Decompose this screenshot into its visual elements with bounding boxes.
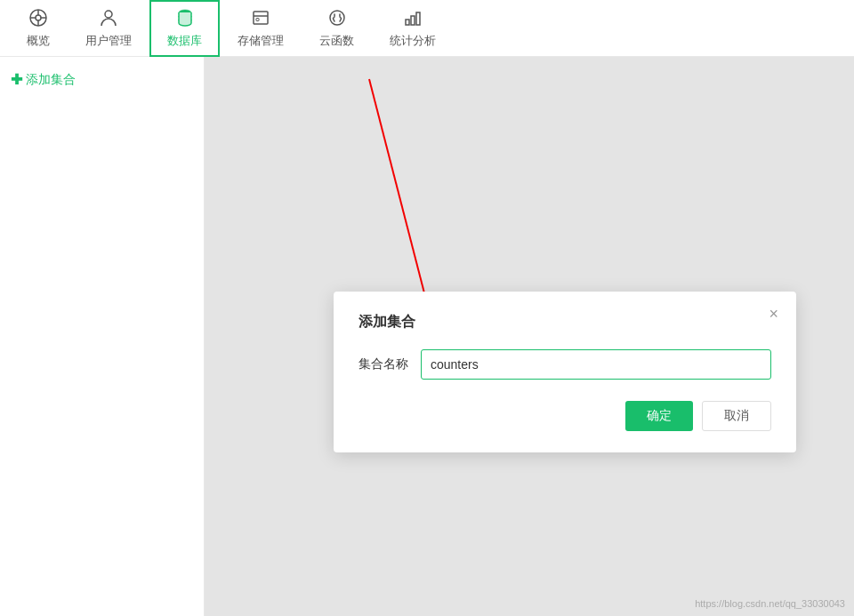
- add-collection-modal: 添加集合 × 集合名称 确定 取消: [334, 292, 796, 452]
- top-navigation: 概览 用户管理 数据库 存储: [0, 0, 854, 57]
- nav-label-users: 用户管理: [85, 33, 132, 49]
- modal-footer: 确定 取消: [359, 401, 771, 431]
- storage-icon: [251, 8, 270, 31]
- nav-label-analytics: 统计分析: [390, 33, 436, 49]
- confirm-button[interactable]: 确定: [625, 401, 693, 431]
- overview-icon: [28, 8, 48, 31]
- nav-item-users[interactable]: 用户管理: [68, 0, 149, 57]
- svg-rect-13: [411, 16, 415, 25]
- add-collection-button[interactable]: ✚ 添加集合: [11, 71, 193, 88]
- modal-close-button[interactable]: ×: [769, 306, 778, 322]
- nav-item-storage[interactable]: 存储管理: [220, 0, 302, 57]
- svg-point-11: [330, 11, 344, 25]
- modal-title: 添加集合: [359, 313, 771, 332]
- nav-label-functions: 云函数: [319, 33, 354, 49]
- nav-item-database[interactable]: 数据库: [149, 0, 220, 57]
- functions-icon: [327, 8, 347, 31]
- nav-label-storage: 存储管理: [238, 33, 284, 49]
- svg-rect-14: [416, 12, 420, 25]
- nav-item-analytics[interactable]: 统计分析: [372, 0, 454, 57]
- collection-name-input[interactable]: [421, 349, 771, 380]
- svg-rect-8: [254, 12, 268, 24]
- form-row-name: 集合名称: [359, 349, 771, 380]
- nav-item-overview[interactable]: 概览: [9, 0, 68, 57]
- modal-backdrop: 添加集合 × 集合名称 确定 取消: [205, 57, 854, 616]
- nav-label-overview: 概览: [27, 33, 50, 49]
- analytics-icon: [403, 8, 423, 31]
- svg-rect-10: [256, 18, 259, 20]
- nav-label-database: 数据库: [167, 33, 202, 49]
- plus-icon: ✚: [11, 71, 22, 88]
- cancel-button[interactable]: 取消: [702, 401, 771, 431]
- nav-item-functions[interactable]: 云函数: [302, 0, 372, 57]
- svg-rect-12: [406, 20, 409, 25]
- add-collection-label: 添加集合: [26, 72, 76, 88]
- collection-name-label: 集合名称: [359, 356, 421, 372]
- svg-point-1: [36, 15, 41, 20]
- database-icon: [175, 8, 195, 31]
- main-content: 添加集合 × 集合名称 确定 取消 https://blog.csdn.net/…: [205, 57, 854, 616]
- main-layout: ✚ 添加集合 添加集合 × 集合名称 确: [0, 57, 854, 616]
- svg-point-6: [105, 11, 112, 18]
- sidebar: ✚ 添加集合: [0, 57, 205, 616]
- watermark: https://blog.csdn.net/qq_33030043: [695, 598, 845, 609]
- user-icon: [99, 8, 118, 31]
